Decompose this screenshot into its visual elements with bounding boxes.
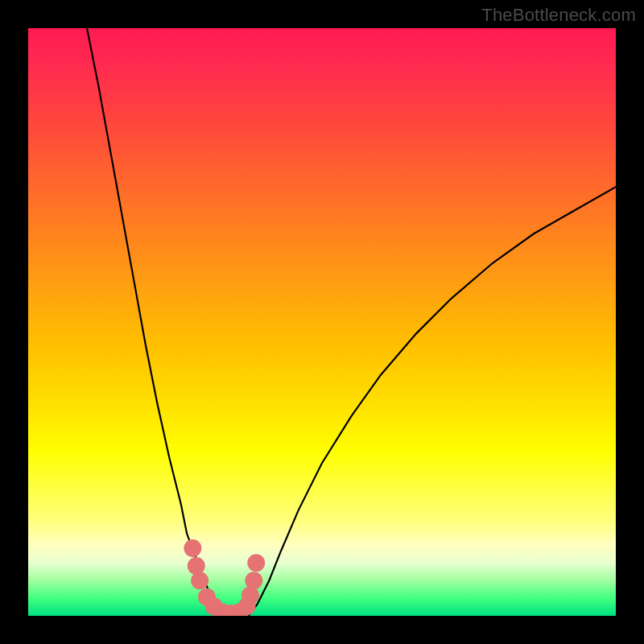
highlight-dot	[245, 572, 262, 589]
watermark-text: TheBottleneck.com	[481, 5, 636, 26]
highlight-dot	[184, 539, 201, 557]
highlight-dot	[191, 572, 208, 589]
highlight-dot	[247, 554, 265, 572]
highlight-dot	[242, 586, 259, 604]
highlight-dot	[188, 557, 205, 575]
highlight-cluster	[28, 28, 616, 616]
